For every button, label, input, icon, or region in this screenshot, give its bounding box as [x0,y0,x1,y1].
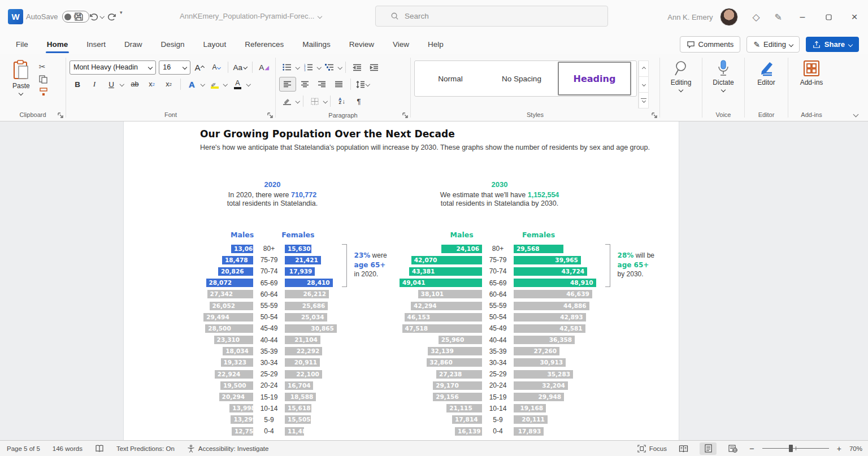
minimize-button[interactable]: – [797,12,808,22]
collapse-ribbon-button[interactable] [853,112,859,118]
shrink-font-button[interactable]: A [209,60,224,74]
tab-file[interactable]: File [15,37,29,52]
decrease-indent-button[interactable] [349,60,365,74]
document-page[interactable]: Our Growing Population Over the Next Dec… [123,121,679,440]
zoom-level[interactable]: 70% [849,445,862,452]
line-spacing-button[interactable] [354,77,371,91]
female-bar: 48,910 [514,279,596,287]
word-logo-icon[interactable]: W [8,9,23,24]
justify-button[interactable] [331,77,347,91]
align-center-button[interactable] [297,77,313,91]
styles-gallery-expand[interactable] [639,92,649,108]
zoom-in-button[interactable]: + [837,444,841,453]
font-color-button[interactable]: A [230,77,246,91]
user-avatar[interactable] [720,8,738,26]
clear-formatting-button[interactable]: A◢ [256,60,272,74]
styles-dialog-launcher[interactable] [652,112,657,118]
search-input[interactable]: Search [375,6,608,27]
style-normal[interactable]: Normal [415,61,486,96]
font-dialog-launcher[interactable] [267,112,273,118]
styles-scroll-down[interactable] [639,76,649,92]
web-layout-button[interactable] [724,442,741,455]
sketch-pen-icon[interactable]: ✎ [775,12,782,23]
editor-button[interactable]: Editor [748,59,784,88]
shading-button[interactable] [279,94,295,108]
tab-references[interactable]: References [244,37,285,52]
addins-button[interactable]: Add-ins [792,59,831,88]
sort-button[interactable]: AZ↓ [334,94,350,108]
bold-button[interactable]: B [70,77,85,91]
proofing-icon[interactable] [95,445,104,453]
text-predictions[interactable]: Text Predictions: On [116,445,175,452]
bullets-button[interactable] [279,60,295,74]
paragraph-dialog-launcher[interactable] [402,112,408,118]
underline-button[interactable]: U [103,77,119,91]
numbering-button[interactable]: 123 [301,60,316,74]
close-button[interactable]: × [849,11,860,23]
user-name[interactable]: Ann K. Emery [667,13,713,21]
styles-scroll-up[interactable] [639,60,649,76]
style-no-spacing[interactable]: No Spacing [486,61,557,96]
highlight-button[interactable]: ✏ [207,77,223,91]
tab-mailings[interactable]: Mailings [301,37,332,52]
superscript-button[interactable]: x2 [161,77,177,91]
font-size-combo[interactable]: 16 [159,60,190,75]
text-effects-button[interactable]: A [184,77,200,91]
editing-mode-button[interactable]: ✎ Editing [747,36,799,53]
maximize-button[interactable] [823,14,834,20]
word-count[interactable]: 146 words [53,445,83,452]
grow-font-button[interactable]: A [192,60,207,74]
clipboard-dialog-launcher[interactable] [58,112,63,118]
male-bar: 13,066 [231,245,253,253]
strikethrough-button[interactable]: ab [127,77,143,91]
print-layout-button[interactable] [700,442,717,455]
zoom-out-button[interactable]: − [749,444,754,453]
premium-diamond-icon[interactable]: ◇ [753,11,760,23]
editing-button[interactable]: Editing [663,59,698,93]
tab-design[interactable]: Design [160,37,186,52]
focus-button[interactable]: Focus [637,445,667,453]
subscript-button[interactable]: x2 [144,77,160,91]
change-case-button[interactable]: Aa [231,60,249,74]
tab-home[interactable]: Home [46,37,70,52]
redo-button[interactable] [105,10,120,23]
share-button[interactable]: Share [806,37,859,52]
tab-draw[interactable]: Draw [123,37,144,52]
accessibility-status[interactable]: Accessibility: Investigate [187,445,269,453]
increase-indent-button[interactable] [366,60,382,74]
document-canvas[interactable]: Our Growing Population Over the Next Dec… [0,121,868,440]
document-title[interactable]: AnnKEmery_Population-Pyramid-Forec... [180,12,322,20]
style-heading[interactable]: Heading [558,62,631,95]
customize-qat-button[interactable]: ▾ [120,10,123,15]
borders-button[interactable] [307,94,323,108]
dictate-button[interactable]: Dictate [706,59,741,93]
tab-insert[interactable]: Insert [85,37,107,52]
female-bar: 30,865 [285,324,337,333]
copy-button[interactable] [39,75,47,84]
female-bar: 29,568 [514,245,563,253]
save-button[interactable] [71,10,86,23]
page-indicator[interactable]: Page 5 of 5 [7,445,40,452]
females-series-label: Females [522,231,555,239]
format-painter-button[interactable] [39,88,48,96]
zoom-slider[interactable] [762,448,829,449]
multilevel-list-button[interactable] [322,60,337,74]
align-left-button[interactable] [279,77,296,92]
tab-view[interactable]: View [392,37,410,52]
tab-layout[interactable]: Layout [202,37,228,52]
read-mode-button[interactable] [675,442,692,455]
cut-button[interactable]: ✂ [39,62,48,71]
zoom-slider-thumb[interactable] [789,445,793,452]
font-name-combo[interactable]: Mont Heavy (Headin [70,60,156,75]
italic-button[interactable]: I [86,77,102,91]
male-bar: 21,115 [446,404,482,412]
tab-help[interactable]: Help [427,37,445,52]
paste-button[interactable]: Paste [8,59,34,108]
tab-review[interactable]: Review [348,37,375,52]
find-icon [674,60,688,77]
undo-button[interactable] [86,10,104,23]
female-bar: 16,704 [285,381,313,390]
show-paragraph-marks-button[interactable]: ¶ [351,94,367,108]
comments-button[interactable]: Comments [680,36,741,53]
align-right-button[interactable] [314,77,330,91]
